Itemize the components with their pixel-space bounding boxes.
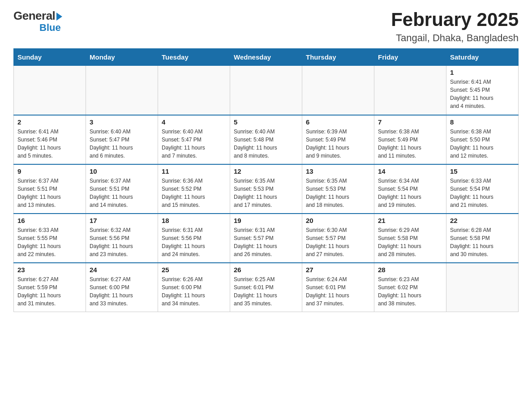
day-number: 22 [450,217,515,224]
day-info: Sunrise: 6:37 AMSunset: 5:51 PMDaylight:… [17,177,82,209]
day-number: 4 [162,118,226,126]
table-row [14,66,86,115]
table-row [374,66,446,115]
day-number: 16 [17,217,82,224]
calendar-table: Sunday Monday Tuesday Wednesday Thursday… [13,48,519,312]
day-number: 27 [306,266,370,274]
logo: General Blue [13,9,62,34]
table-row: 11Sunrise: 6:36 AMSunset: 5:52 PMDayligh… [158,164,230,214]
table-row: 16Sunrise: 6:33 AMSunset: 5:55 PMDayligh… [14,214,86,263]
table-row: 15Sunrise: 6:33 AMSunset: 5:54 PMDayligh… [446,164,519,214]
table-row: 7Sunrise: 6:38 AMSunset: 5:49 PMDaylight… [374,115,446,164]
day-number: 10 [90,167,154,175]
table-row: 27Sunrise: 6:24 AMSunset: 6:01 PMDayligh… [302,263,374,312]
day-info: Sunrise: 6:29 AMSunset: 5:58 PMDaylight:… [378,226,442,258]
day-info: Sunrise: 6:38 AMSunset: 5:50 PMDaylight:… [450,128,515,160]
day-number: 13 [306,167,370,175]
table-row: 18Sunrise: 6:31 AMSunset: 5:56 PMDayligh… [158,214,230,263]
logo-blue-text: Blue [39,22,61,33]
table-row: 4Sunrise: 6:40 AMSunset: 5:47 PMDaylight… [158,115,230,164]
header-saturday: Saturday [446,49,519,66]
logo-general-text: General [13,9,62,23]
table-row: 8Sunrise: 6:38 AMSunset: 5:50 PMDaylight… [446,115,519,164]
day-info: Sunrise: 6:32 AMSunset: 5:56 PMDaylight:… [90,226,154,258]
table-row: 25Sunrise: 6:26 AMSunset: 6:00 PMDayligh… [158,263,230,312]
header-friday: Friday [374,49,446,66]
day-number: 5 [234,118,298,126]
day-info: Sunrise: 6:35 AMSunset: 5:53 PMDaylight:… [234,177,298,209]
day-number: 11 [162,167,226,175]
table-row: 10Sunrise: 6:37 AMSunset: 5:51 PMDayligh… [86,164,158,214]
table-row [230,66,302,115]
title-section: February 2025 Tangail, Dhaka, Bangladesh [391,9,519,44]
table-row: 3Sunrise: 6:40 AMSunset: 5:47 PMDaylight… [86,115,158,164]
day-number: 25 [162,266,226,274]
header-tuesday: Tuesday [158,49,230,66]
day-number: 14 [378,167,442,175]
weekday-header-row: Sunday Monday Tuesday Wednesday Thursday… [14,49,519,66]
day-info: Sunrise: 6:24 AMSunset: 6:01 PMDaylight:… [306,275,370,308]
day-info: Sunrise: 6:27 AMSunset: 5:59 PMDaylight:… [17,275,82,308]
table-row: 28Sunrise: 6:23 AMSunset: 6:02 PMDayligh… [374,263,446,312]
day-info: Sunrise: 6:23 AMSunset: 6:02 PMDaylight:… [378,275,442,308]
day-info: Sunrise: 6:33 AMSunset: 5:55 PMDaylight:… [17,226,82,258]
calendar-subtitle: Tangail, Dhaka, Bangladesh [391,32,519,44]
day-number: 15 [450,167,515,175]
day-info: Sunrise: 6:25 AMSunset: 6:01 PMDaylight:… [234,275,298,308]
header-wednesday: Wednesday [230,49,302,66]
table-row: 1Sunrise: 6:41 AMSunset: 5:45 PMDaylight… [446,66,519,115]
header-sunday: Sunday [14,49,86,66]
day-number: 21 [378,217,442,224]
header-thursday: Thursday [302,49,374,66]
day-info: Sunrise: 6:28 AMSunset: 5:58 PMDaylight:… [450,226,515,258]
day-info: Sunrise: 6:34 AMSunset: 5:54 PMDaylight:… [378,177,442,209]
day-info: Sunrise: 6:30 AMSunset: 5:57 PMDaylight:… [306,226,370,258]
day-number: 17 [90,217,154,224]
day-number: 7 [378,118,442,126]
day-number: 1 [450,68,515,76]
day-number: 2 [17,118,82,126]
day-info: Sunrise: 6:37 AMSunset: 5:51 PMDaylight:… [90,177,154,209]
day-info: Sunrise: 6:38 AMSunset: 5:49 PMDaylight:… [378,128,442,160]
day-number: 19 [234,217,298,224]
day-number: 6 [306,118,370,126]
calendar-title: February 2025 [391,9,519,30]
table-row: 5Sunrise: 6:40 AMSunset: 5:48 PMDaylight… [230,115,302,164]
table-row: 17Sunrise: 6:32 AMSunset: 5:56 PMDayligh… [86,214,158,263]
header-monday: Monday [86,49,158,66]
table-row: 22Sunrise: 6:28 AMSunset: 5:58 PMDayligh… [446,214,519,263]
page-header: General Blue February 2025 Tangail, Dhak… [13,9,519,44]
table-row: 12Sunrise: 6:35 AMSunset: 5:53 PMDayligh… [230,164,302,214]
day-info: Sunrise: 6:40 AMSunset: 5:48 PMDaylight:… [234,128,298,160]
day-info: Sunrise: 6:41 AMSunset: 5:46 PMDaylight:… [17,128,82,160]
table-row: 21Sunrise: 6:29 AMSunset: 5:58 PMDayligh… [374,214,446,263]
table-row [158,66,230,115]
day-info: Sunrise: 6:31 AMSunset: 5:56 PMDaylight:… [162,226,226,258]
day-number: 20 [306,217,370,224]
day-info: Sunrise: 6:33 AMSunset: 5:54 PMDaylight:… [450,177,515,209]
day-info: Sunrise: 6:27 AMSunset: 6:00 PMDaylight:… [90,275,154,308]
calendar-row: 16Sunrise: 6:33 AMSunset: 5:55 PMDayligh… [14,214,519,263]
table-row: 20Sunrise: 6:30 AMSunset: 5:57 PMDayligh… [302,214,374,263]
table-row: 2Sunrise: 6:41 AMSunset: 5:46 PMDaylight… [14,115,86,164]
table-row: 9Sunrise: 6:37 AMSunset: 5:51 PMDaylight… [14,164,86,214]
table-row: 14Sunrise: 6:34 AMSunset: 5:54 PMDayligh… [374,164,446,214]
day-number: 28 [378,266,442,274]
day-info: Sunrise: 6:40 AMSunset: 5:47 PMDaylight:… [90,128,154,160]
calendar-row: 1Sunrise: 6:41 AMSunset: 5:45 PMDaylight… [14,66,519,115]
day-number: 18 [162,217,226,224]
table-row: 13Sunrise: 6:35 AMSunset: 5:53 PMDayligh… [302,164,374,214]
table-row: 6Sunrise: 6:39 AMSunset: 5:49 PMDaylight… [302,115,374,164]
table-row: 19Sunrise: 6:31 AMSunset: 5:57 PMDayligh… [230,214,302,263]
day-info: Sunrise: 6:41 AMSunset: 5:45 PMDaylight:… [450,78,515,110]
calendar-row: 2Sunrise: 6:41 AMSunset: 5:46 PMDaylight… [14,115,519,164]
day-info: Sunrise: 6:26 AMSunset: 6:00 PMDaylight:… [162,275,226,308]
table-row [302,66,374,115]
day-info: Sunrise: 6:36 AMSunset: 5:52 PMDaylight:… [162,177,226,209]
day-info: Sunrise: 6:39 AMSunset: 5:49 PMDaylight:… [306,128,370,160]
table-row: 24Sunrise: 6:27 AMSunset: 6:00 PMDayligh… [86,263,158,312]
calendar-row: 9Sunrise: 6:37 AMSunset: 5:51 PMDaylight… [14,164,519,214]
day-number: 24 [90,266,154,274]
table-row [86,66,158,115]
day-number: 9 [17,167,82,175]
